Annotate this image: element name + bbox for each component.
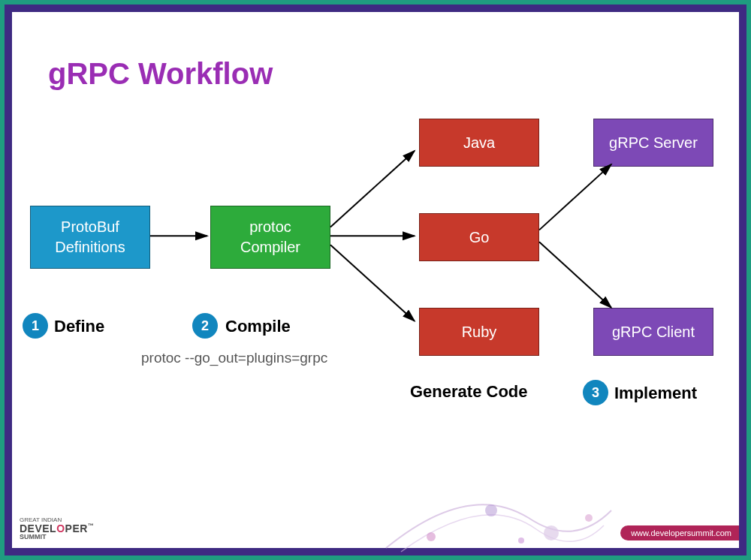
- box-compiler: protoc Compiler: [210, 206, 330, 269]
- box-protobuf-line2: Definitions: [55, 237, 125, 257]
- box-compiler-line2: Compiler: [240, 237, 300, 257]
- box-server-label: gRPC Server: [609, 133, 698, 153]
- box-go-label: Go: [469, 227, 490, 248]
- box-client-label: gRPC Client: [612, 322, 695, 342]
- step-3-label: Implement: [614, 384, 697, 403]
- box-java: Java: [419, 119, 539, 167]
- svg-line-3: [330, 245, 415, 321]
- svg-line-5: [539, 242, 611, 308]
- svg-point-7: [485, 504, 497, 516]
- footer-logo: GREAT INDIAN DEVELOPER™ SUMMIT: [20, 517, 94, 540]
- generate-code-label: Generate Code: [410, 382, 528, 402]
- svg-point-8: [544, 525, 559, 540]
- svg-point-10: [518, 537, 524, 543]
- box-go: Go: [419, 213, 539, 261]
- box-protobuf: ProtoBuf Definitions: [30, 206, 150, 269]
- footer-logo-sub: SUMMIT: [20, 534, 94, 540]
- protoc-command: protoc --go_out=plugins=grpc: [141, 350, 327, 366]
- step-2-label: Compile: [225, 317, 291, 336]
- slide-frame: gRPC Workflow ProtoBuf Definitions proto…: [5, 5, 746, 555]
- svg-line-4: [539, 164, 611, 230]
- svg-point-6: [427, 532, 436, 541]
- box-server: gRPC Server: [593, 119, 713, 167]
- footer-url-tag: www.developersummit.com: [620, 525, 739, 540]
- box-java-label: Java: [463, 133, 495, 153]
- slide: gRPC Workflow ProtoBuf Definitions proto…: [12, 12, 739, 548]
- footer-brand-post: PER: [65, 522, 88, 534]
- step-1-circle: 1: [23, 313, 48, 339]
- svg-line-1: [330, 151, 415, 227]
- arrows: [12, 12, 739, 548]
- box-client: gRPC Client: [593, 308, 713, 356]
- slide-title: gRPC Workflow: [48, 57, 273, 91]
- decoration-swirl: [379, 465, 619, 555]
- step-2-circle: 2: [192, 313, 218, 339]
- box-protobuf-line1: ProtoBuf: [61, 217, 119, 237]
- box-compiler-line1: protoc: [249, 217, 291, 237]
- box-ruby-label: Ruby: [462, 322, 497, 342]
- footer-brand-o: O: [56, 522, 65, 534]
- step-3-circle: 3: [583, 380, 608, 405]
- footer-logo-brand: DEVELOPER™: [20, 523, 94, 534]
- svg-point-9: [585, 514, 593, 522]
- step-1-label: Define: [54, 317, 104, 336]
- footer-url: www.developersummit.com: [631, 528, 731, 537]
- box-ruby: Ruby: [419, 308, 539, 356]
